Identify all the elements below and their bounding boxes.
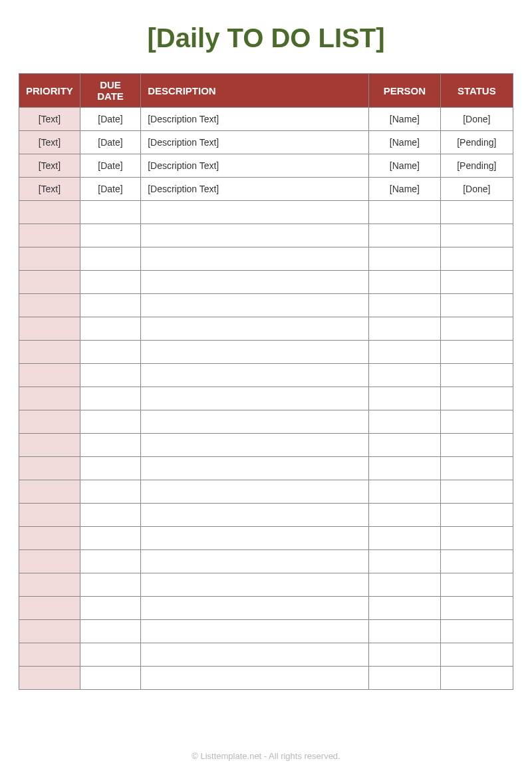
table-row [19,317,513,341]
cell-status [440,434,513,457]
col-header-status: STATUS [440,74,513,108]
cell-person: [Name] [369,131,440,154]
cell-person: [Name] [369,154,440,178]
cell-duedate [80,387,140,410]
table-row [19,480,513,504]
col-header-person: PERSON [369,74,440,108]
table-row [19,247,513,271]
cell-status [440,294,513,317]
cell-priority [19,317,80,341]
col-header-description: DESCRIPTION [141,74,369,108]
cell-person: [Name] [369,178,440,201]
cell-description [141,643,369,667]
col-header-duedate: DUE DATE [80,74,140,108]
cell-description [141,341,369,364]
cell-status [440,480,513,504]
cell-description [141,294,369,317]
cell-status [440,597,513,620]
cell-description: [Description Text] [141,154,369,178]
cell-status [440,224,513,247]
cell-priority [19,341,80,364]
cell-person [369,527,440,550]
table-row [19,667,513,690]
table-row [19,643,513,667]
cell-description [141,201,369,224]
table-row [19,341,513,364]
cell-priority [19,573,80,597]
cell-person [369,224,440,247]
cell-priority: [Text] [19,178,80,201]
cell-status [440,387,513,410]
table-row [19,387,513,410]
cell-duedate [80,457,140,480]
cell-duedate [80,410,140,434]
cell-status [440,364,513,387]
cell-person [369,387,440,410]
cell-person [369,410,440,434]
cell-priority [19,387,80,410]
cell-duedate [80,294,140,317]
cell-person [369,667,440,690]
cell-description [141,224,369,247]
cell-status [440,457,513,480]
cell-person [369,341,440,364]
cell-duedate: [Date] [80,178,140,201]
cell-duedate: [Date] [80,108,140,131]
table-row [19,457,513,480]
cell-status [440,271,513,294]
cell-priority [19,364,80,387]
cell-person [369,201,440,224]
cell-priority [19,620,80,643]
table-row: [Text][Date][Description Text][Name][Don… [19,178,513,201]
cell-priority [19,201,80,224]
cell-description [141,387,369,410]
table-row [19,294,513,317]
cell-status [440,643,513,667]
col-header-priority: PRIORITY [19,74,80,108]
cell-description [141,434,369,457]
cell-description [141,550,369,573]
cell-duedate [80,341,140,364]
cell-priority [19,410,80,434]
cell-status: [Done] [440,178,513,201]
table-header-row: PRIORITY DUE DATE DESCRIPTION PERSON STA… [19,74,513,108]
cell-priority [19,457,80,480]
cell-priority [19,597,80,620]
cell-priority: [Text] [19,131,80,154]
cell-duedate [80,667,140,690]
cell-person [369,550,440,573]
cell-duedate [80,317,140,341]
cell-person: [Name] [369,108,440,131]
cell-description [141,457,369,480]
cell-description [141,271,369,294]
cell-status: [Pending] [440,131,513,154]
cell-priority [19,271,80,294]
cell-status [440,550,513,573]
table-row [19,364,513,387]
cell-status [440,620,513,643]
cell-duedate [80,201,140,224]
table-row [19,573,513,597]
cell-priority [19,643,80,667]
cell-description [141,573,369,597]
cell-description [141,410,369,434]
cell-priority [19,550,80,573]
cell-person [369,364,440,387]
cell-description: [Description Text] [141,131,369,154]
cell-description: [Description Text] [141,178,369,201]
cell-description [141,667,369,690]
cell-description [141,480,369,504]
table-row [19,434,513,457]
cell-priority [19,480,80,504]
cell-duedate [80,620,140,643]
cell-person [369,480,440,504]
cell-person [369,573,440,597]
cell-duedate [80,247,140,271]
footer-text: © Listtemplate.net - All rights reserved… [0,751,532,761]
cell-status [440,504,513,527]
cell-priority [19,667,80,690]
todo-table: PRIORITY DUE DATE DESCRIPTION PERSON STA… [19,73,513,690]
cell-priority: [Text] [19,154,80,178]
cell-status [440,410,513,434]
cell-duedate [80,271,140,294]
